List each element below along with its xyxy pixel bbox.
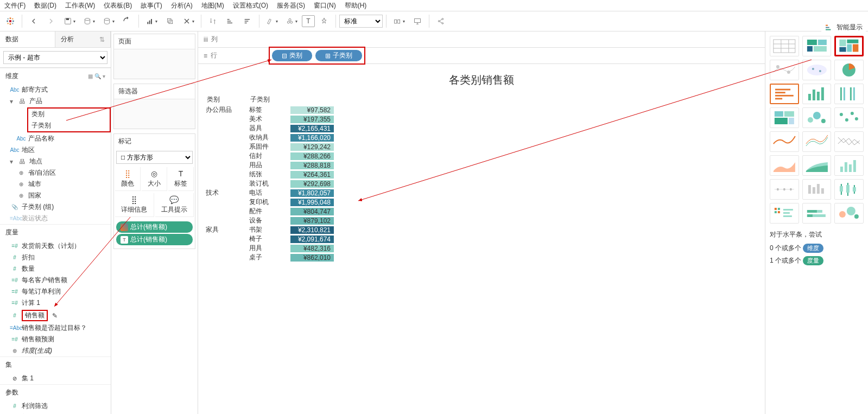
show-cards-icon[interactable]: ▾: [390, 13, 408, 29]
field-product-name[interactable]: Abc产品名称: [0, 133, 111, 144]
group-icon[interactable]: ▾: [282, 13, 301, 29]
field-new-growth[interactable]: #新业务增长: [0, 412, 111, 414]
showme-chart-17[interactable]: [834, 155, 864, 176]
menu-help[interactable]: 帮助(H): [345, 1, 367, 10]
pill-label-sum-sales[interactable]: T总计(销售额): [116, 234, 193, 245]
table-row[interactable]: 家具书架¥2,310,821: [206, 225, 757, 234]
field-profit-per-order[interactable]: =#每笔订单利润: [0, 286, 111, 297]
tab-data[interactable]: 数据: [0, 31, 55, 47]
showme-chart-16[interactable]: [802, 155, 832, 176]
showme-chart-7[interactable]: [802, 84, 832, 104]
field-sales-forecast[interactable]: =#销售额预测: [0, 334, 111, 345]
pause-data-icon[interactable]: ▾: [99, 13, 118, 29]
field-sales-per-customer[interactable]: =#每名客户销售额: [0, 275, 111, 286]
table-row[interactable]: 装订机¥292,698: [206, 179, 757, 188]
table-row[interactable]: 器具¥2,165,431: [206, 124, 757, 133]
field-category[interactable]: 类别: [29, 109, 109, 120]
new-sheet-icon[interactable]: ▾: [142, 13, 161, 29]
showme-chart-13[interactable]: [802, 131, 832, 152]
showme-chart-0[interactable]: [770, 36, 799, 56]
menu-server[interactable]: 服务器(S): [277, 1, 305, 10]
showme-chart-4[interactable]: [802, 60, 832, 80]
menu-format[interactable]: 设置格式(O): [233, 1, 268, 10]
field-sales-target[interactable]: =Abc销售额是否超过目标？: [0, 322, 111, 334]
refresh-icon[interactable]: [119, 13, 135, 29]
field-subset[interactable]: 📎子类别 (组): [0, 201, 111, 213]
table-row[interactable]: 信封¥288,266: [206, 151, 757, 161]
field-lat[interactable]: ⊕纬度(生成): [0, 345, 111, 356]
menu-dashboard[interactable]: 仪表板(B): [104, 1, 132, 10]
show-me-toggle[interactable]: 智能显示: [821, 22, 866, 33]
field-province[interactable]: ⊕省/自治区: [0, 167, 111, 179]
showme-chart-10[interactable]: [802, 107, 832, 128]
field-discount[interactable]: #折扣: [0, 252, 111, 263]
showme-chart-23[interactable]: [834, 203, 864, 224]
menu-map[interactable]: 地图(M): [201, 1, 224, 10]
showme-chart-22[interactable]: [802, 203, 832, 224]
field-location[interactable]: ▾品地点: [0, 156, 111, 167]
field-quantity[interactable]: #数量: [0, 263, 111, 275]
table-row[interactable]: 用具¥482,316: [206, 244, 757, 253]
field-region[interactable]: Abc地区: [0, 144, 111, 156]
table-row[interactable]: 系固件¥129,242: [206, 142, 757, 151]
duplicate-icon[interactable]: [162, 13, 178, 29]
menu-worksheet[interactable]: 工作表(W): [65, 1, 95, 10]
field-country[interactable]: ⊕国家: [0, 190, 111, 201]
marks-type-select[interactable]: □ 方形方形: [116, 151, 193, 164]
pill-row-subcategory[interactable]: ⊞子类别: [315, 50, 362, 61]
pin-icon[interactable]: [316, 13, 332, 29]
menu-analysis[interactable]: 分析(A): [171, 1, 193, 10]
label-icon[interactable]: T: [302, 15, 315, 27]
forward-icon[interactable]: [43, 13, 59, 29]
table-row[interactable]: 纸张¥264,361: [206, 170, 757, 179]
showme-chart-15[interactable]: [770, 155, 799, 176]
sort-desc-icon[interactable]: [239, 13, 256, 29]
menu-data[interactable]: 数据(D): [34, 1, 56, 10]
field-sales[interactable]: #销售额✎: [0, 309, 111, 322]
field-ship-status[interactable]: =Abc装运状态: [0, 213, 111, 224]
showme-chart-8[interactable]: [834, 84, 864, 104]
field-subcategory[interactable]: 子类别: [29, 120, 109, 131]
fit-select[interactable]: 标准: [339, 15, 383, 28]
table-row[interactable]: 设备¥879,102: [206, 216, 757, 225]
field-ship-days[interactable]: =#发货前天数（计划）: [0, 240, 111, 252]
showme-chart-20[interactable]: [834, 179, 864, 200]
tab-analysis[interactable]: 分析⇅: [55, 31, 111, 47]
marks-size[interactable]: ◎大小: [142, 167, 167, 191]
table-row[interactable]: 美术¥197,355: [206, 114, 757, 124]
menu-window[interactable]: 窗口(N): [314, 1, 336, 10]
pill-row-category[interactable]: ⊟类别: [272, 50, 312, 61]
presentation-icon[interactable]: [409, 13, 426, 29]
marks-tooltip[interactable]: 💬工具提示: [155, 193, 194, 217]
showme-chart-12[interactable]: [770, 131, 799, 152]
field-city[interactable]: ⊕城市: [0, 179, 111, 190]
marks-detail[interactable]: ⣿详细信息: [115, 193, 154, 217]
showme-chart-9[interactable]: [770, 107, 799, 128]
share-icon[interactable]: [433, 13, 449, 29]
filters-shelf[interactable]: 筛选器: [113, 84, 195, 129]
showme-chart-18[interactable]: [770, 179, 799, 200]
clear-icon[interactable]: ▾: [179, 13, 198, 29]
new-data-icon[interactable]: ▾: [80, 13, 98, 29]
table-row[interactable]: 椅子¥2,091,674: [206, 234, 757, 244]
table-row[interactable]: 收纳具¥1,166,020: [206, 133, 757, 142]
table-row[interactable]: 用品¥288,818: [206, 161, 757, 170]
tableau-logo-icon[interactable]: [2, 13, 18, 29]
sort-asc-icon[interactable]: [222, 13, 238, 29]
showme-chart-1[interactable]: [802, 36, 832, 56]
marks-color[interactable]: ⣿颜色: [115, 167, 141, 191]
showme-chart-3[interactable]: [770, 60, 799, 80]
menu-file[interactable]: 文件(F): [4, 1, 26, 10]
field-ship-mode[interactable]: Abc邮寄方式: [0, 84, 111, 95]
marks-label[interactable]: T标签: [168, 167, 194, 191]
field-product[interactable]: ▾品产品: [0, 95, 111, 107]
field-set1[interactable]: ⊘集 1: [0, 373, 111, 384]
showme-chart-21[interactable]: [770, 203, 799, 224]
pill-color-sum-sales[interactable]: 总计(销售额): [116, 221, 193, 233]
field-profit-filter[interactable]: #利润筛选: [0, 400, 111, 412]
showme-chart-6[interactable]: [770, 84, 799, 104]
showme-chart-2[interactable]: [834, 36, 864, 56]
table-row[interactable]: 办公用品标签¥97,582: [206, 105, 757, 114]
back-icon[interactable]: [26, 13, 42, 29]
rows-shelf[interactable]: ⊟类别 ⊞子类别: [265, 47, 765, 65]
